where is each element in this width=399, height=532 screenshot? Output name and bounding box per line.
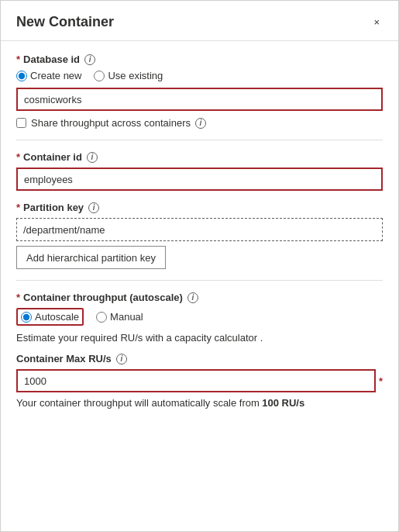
use-existing-radio[interactable] [94,71,105,81]
partition-key-text: Partition key [23,202,84,213]
partition-key-input[interactable] [16,218,383,241]
max-rus-label: Container Max RU/s i [16,353,383,364]
scale-info-bold: 100 RU/s [262,397,304,409]
max-rus-input[interactable] [16,369,376,392]
autoscale-radio-label[interactable]: Autoscale [16,308,84,326]
container-throughput-section: * Container throughput (autoscale) i Aut… [16,292,383,409]
close-button[interactable]: × [370,13,383,31]
database-id-required: * [16,54,20,65]
database-id-section: * Database id i Create new Use existing [16,54,383,129]
new-container-modal: New Container × * Database id i Create n… [0,0,399,532]
database-id-info-icon[interactable]: i [84,54,95,65]
throughput-radio-group: Autoscale Manual [16,308,383,326]
throughput-label: * Container throughput (autoscale) i [16,292,383,303]
container-id-text: Container id [23,151,82,163]
database-id-label: * Database id i [16,54,383,65]
create-new-radio[interactable] [16,71,27,81]
throughput-required: * [16,292,20,303]
container-id-info-icon[interactable]: i [87,152,98,163]
container-id-input[interactable] [16,168,383,191]
modal-body: * Database id i Create new Use existing [1,41,398,435]
scale-info-text: Your container throughput will automatic… [16,397,383,409]
partition-key-required: * [16,202,20,213]
estimate-text: Estimate your required RU/s with a capac… [16,332,383,344]
share-throughput-info-icon[interactable]: i [195,118,206,129]
share-throughput-label[interactable]: Share throughput across containers i [31,117,206,129]
share-throughput-row: Share throughput across containers i [16,117,383,129]
autoscale-label: Autoscale [35,311,79,323]
modal-title: New Container [16,14,114,30]
share-throughput-checkbox[interactable] [16,118,26,128]
manual-radio-label[interactable]: Manual [96,311,143,323]
manual-label: Manual [110,311,143,323]
partition-key-section: * Partition key i Add hierarchical parti… [16,202,383,269]
throughput-label-text: Container throughput (autoscale) [23,292,183,303]
close-icon: × [373,16,380,28]
use-existing-radio-label[interactable]: Use existing [94,70,163,81]
max-rus-asterisk: * [379,375,383,387]
manual-radio[interactable] [96,312,107,323]
partition-key-info-icon[interactable]: i [88,202,99,213]
partition-key-label: * Partition key i [16,202,383,213]
throughput-info-icon[interactable]: i [187,292,198,303]
database-id-input[interactable] [16,88,383,111]
divider-1 [16,140,383,140]
database-id-radio-group: Create new Use existing [16,70,383,81]
database-id-text: Database id [23,54,80,65]
container-id-label: * Container id i [16,151,383,163]
container-id-section: * Container id i [16,151,383,191]
max-rus-input-row: * [16,369,383,392]
divider-2 [16,280,383,281]
capacity-calculator-link[interactable]: capacity calculator [174,332,260,344]
autoscale-radio[interactable] [21,312,32,323]
use-existing-label: Use existing [108,70,163,81]
max-rus-info-icon[interactable]: i [116,354,127,364]
create-new-radio-label[interactable]: Create new [16,70,81,81]
modal-header: New Container × [1,1,398,41]
create-new-label: Create new [30,70,81,81]
add-hierarchical-partition-key-button[interactable]: Add hierarchical partition key [16,246,166,269]
container-id-required: * [16,151,20,163]
